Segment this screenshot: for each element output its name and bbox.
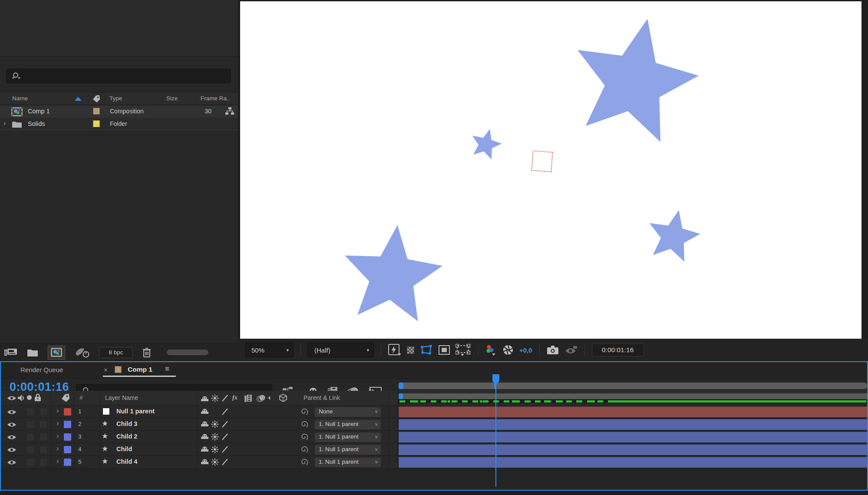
project-column-header[interactable]: Name Type Size Frame Ra.. [0,92,238,105]
bit-depth-button[interactable]: 8 bpc [99,347,133,358]
flowchart-icon[interactable] [225,107,234,116]
color-depth-icon[interactable] [75,347,89,358]
eye-icon[interactable] [7,421,17,428]
magnification-dropdown[interactable]: 50%▾ [245,343,294,357]
parent-dropdown[interactable]: None˅ [315,407,381,417]
layer-duration-bar[interactable] [399,432,867,442]
star-shape-layer[interactable] [468,127,503,164]
frame-blend-switch-icon[interactable] [244,394,253,403]
audio-column-speaker-icon[interactable] [17,394,25,402]
label-swatch[interactable] [93,108,100,115]
layer-label-chip[interactable] [64,421,71,428]
pickwhip-icon[interactable] [300,433,308,441]
tab-comp1[interactable]: Comp 1 [128,366,152,373]
video-column-eye-icon[interactable] [7,395,17,402]
shy-switch[interactable] [201,408,209,414]
tab-render-queue[interactable]: Render Queue [20,366,63,373]
solo-column-icon[interactable] [27,395,32,400]
layer-label-chip[interactable] [64,446,71,453]
lock-cell[interactable] [39,433,48,441]
collapse-switch-icon[interactable] [211,394,219,402]
region-of-interest-icon[interactable] [439,345,450,355]
collapse-switch[interactable] [211,433,219,441]
layer-name[interactable]: Child [116,446,132,452]
horizontal-scrollbar-thumb[interactable] [167,350,208,355]
column-type[interactable]: Type [109,95,122,102]
exposure-value[interactable]: +0,0 [519,346,532,354]
layer-duration-bar[interactable] [399,457,867,468]
collapse-switch[interactable] [211,458,219,466]
column-frame-rate[interactable]: Frame Ra.. [201,95,230,102]
composition-canvas[interactable] [240,1,861,339]
channels-icon[interactable] [485,344,497,356]
shy-switch-icon[interactable] [201,395,209,402]
shy-switch[interactable] [201,458,209,465]
label-column-icon[interactable] [92,95,101,103]
null-object-selection-outline[interactable] [531,150,553,172]
parent-dropdown[interactable]: 1. Null 1 parent˅ [315,432,381,442]
layer-label-chip[interactable] [64,408,71,416]
adjustment-layer-switch-icon[interactable]: ◐ [268,394,272,402]
layer-duration-bar[interactable] [399,419,867,430]
fast-preview-icon[interactable] [388,344,401,356]
eye-icon[interactable] [7,459,17,466]
panel-menu-icon[interactable]: ≡ [165,365,169,373]
expand-chevron-icon[interactable]: › [56,445,59,452]
solo-cell[interactable] [26,420,35,429]
layer-name[interactable]: Null 1 parent [116,408,155,415]
quality-switch[interactable] [221,458,228,466]
eye-icon[interactable] [7,446,17,453]
layer-label-chip[interactable] [64,459,71,466]
layer-name[interactable]: Child 2 [116,433,137,440]
snapshot-camera-icon[interactable] [547,345,559,355]
item-name[interactable]: Solids [28,120,45,127]
layer-name[interactable]: Child 3 [116,420,137,427]
exposure-icon[interactable] [502,344,514,356]
layer-row-child[interactable]: ›4★Child1. Null 1 parent˅ [1,443,867,456]
label-swatch[interactable] [93,120,100,127]
item-name[interactable]: Comp 1 [28,108,50,115]
star-shape-layer[interactable] [643,207,703,269]
motion-blur-switch-icon[interactable] [256,394,266,403]
work-area-bar[interactable] [399,393,867,399]
expand-chevron-icon[interactable]: › [3,119,6,127]
project-search-box[interactable] [6,69,231,83]
lock-cell[interactable] [39,420,48,429]
layer-name[interactable]: Child 4 [116,458,137,465]
solo-cell[interactable] [26,433,35,441]
playhead-line[interactable] [495,384,496,487]
pickwhip-icon[interactable] [300,421,308,429]
quality-switch[interactable] [221,420,228,428]
collapse-switch[interactable] [211,420,219,428]
viewer-timecode[interactable]: 0:00:01:16 [592,343,644,356]
collapse-switch[interactable] [211,446,219,453]
show-snapshot-icon[interactable] [564,345,578,355]
lock-cell[interactable] [39,446,48,454]
3d-switch-icon[interactable] [279,394,287,402]
layer-row-child-4[interactable]: ›5★Child 41. Null 1 parent˅ [1,456,867,469]
label-column-icon[interactable] [61,393,70,403]
star-shape-layer[interactable] [562,11,706,156]
trash-icon[interactable] [142,347,151,358]
new-folder-icon[interactable] [27,348,38,357]
parent-dropdown[interactable]: 1. Null 1 parent˅ [315,458,381,467]
expand-chevron-icon[interactable]: › [56,457,59,465]
resolution-dropdown[interactable]: (Half)▾ [308,343,374,357]
navigator-start-handle[interactable] [399,383,403,389]
layer-row-null-1-parent[interactable]: ›1Null 1 parentNone˅ [1,406,867,418]
work-area-start-handle[interactable] [399,393,403,399]
pickwhip-icon[interactable] [300,459,308,466]
solo-cell[interactable] [26,408,35,416]
lock-column-icon[interactable] [34,393,41,402]
quality-switch[interactable] [221,446,228,453]
solo-cell[interactable] [26,446,35,454]
pickwhip-icon[interactable] [300,408,308,416]
project-search-input[interactable] [23,73,208,79]
pickwhip-icon[interactable] [300,446,308,454]
layer-duration-bar[interactable] [399,406,867,417]
expand-chevron-icon[interactable]: › [56,407,59,415]
column-layer-name[interactable]: Layer Name [105,394,138,401]
shy-switch[interactable] [201,446,209,452]
parent-dropdown[interactable]: 1. Null 1 parent˅ [315,420,381,429]
time-navigator-bar[interactable] [399,383,867,389]
